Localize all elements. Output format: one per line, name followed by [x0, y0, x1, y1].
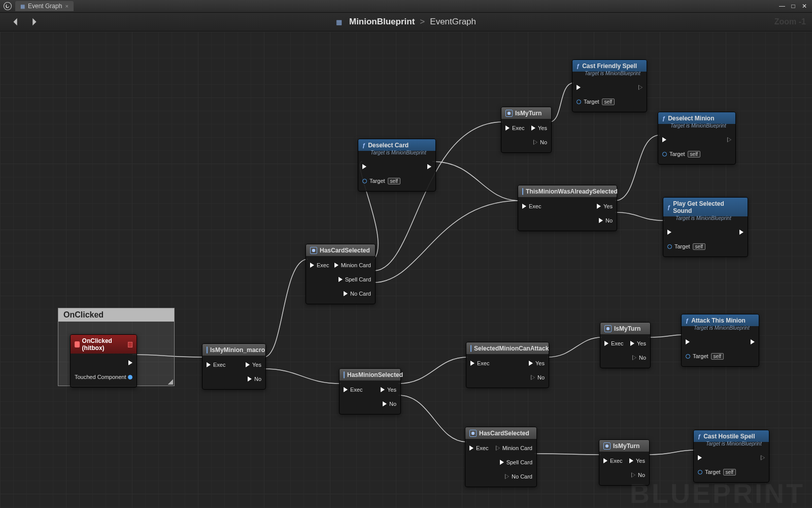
crumb-separator: > — [420, 17, 425, 27]
exec-out-yes-pin[interactable]: Yes — [629, 458, 645, 464]
node-header[interactable]: ƒPlay Get Selected Sound — [663, 198, 748, 216]
exec-out-no-pin[interactable]: No — [383, 401, 396, 407]
exec-in-pin[interactable]: Exec — [470, 360, 489, 366]
window-maximize-button[interactable]: □ — [788, 2, 799, 11]
node-header[interactable]: SelectedMinionCanAttack — [466, 342, 549, 354]
exec-in-pin[interactable] — [698, 455, 702, 460]
node-cast-hostile-spell[interactable]: ƒCast Hostile Spell Target is MinionBlue… — [693, 430, 769, 483]
target-pin[interactable]: Targetself — [667, 243, 705, 250]
node-selected-minion-can-attack[interactable]: SelectedMinionCanAttack ExecYes No — [466, 342, 549, 388]
node-header[interactable]: ƒCast Hostile Spell — [694, 430, 769, 442]
exec-out-yes-pin[interactable]: Yes — [246, 362, 261, 368]
function-icon: ƒ — [698, 433, 701, 439]
exec-out-no-pin[interactable]: No — [531, 374, 545, 380]
node-header[interactable]: IsMyTurn — [600, 323, 650, 334]
exec-out-yes-pin[interactable]: Yes — [597, 203, 613, 209]
node-header[interactable]: ƒAttack This Minion — [682, 314, 759, 326]
node-title: HasCardSelected — [320, 247, 370, 254]
target-pin[interactable]: Targetself — [662, 151, 700, 157]
node-header[interactable]: HasCardSelected — [465, 427, 536, 439]
exec-out-yes-pin[interactable]: Yes — [531, 125, 547, 131]
node-header[interactable]: ƒCast Friendly Spell — [572, 60, 647, 72]
node-ismyturn-mid[interactable]: IsMyTurn ExecYes No — [600, 322, 651, 368]
node-title: IsMyTurn — [614, 325, 640, 332]
nav-forward-button[interactable] — [28, 16, 40, 27]
exec-out-pin[interactable] — [638, 85, 642, 90]
macro-icon — [344, 371, 345, 378]
exec-in-pin[interactable]: Exec — [310, 262, 329, 268]
delegate-pin[interactable] — [128, 342, 132, 347]
exec-in-pin[interactable] — [686, 339, 690, 344]
node-header[interactable]: ƒDeselect Minion — [658, 112, 735, 124]
node-attack-this-minion[interactable]: ƒAttack This Minion Target is MinionBlue… — [681, 314, 759, 367]
node-hascardselected-top[interactable]: HasCardSelected ExecMinion Card Spell Ca… — [306, 244, 376, 304]
node-ismyminion[interactable]: IsMyMinion_macro ExecYes No — [202, 343, 266, 390]
exec-out-no-pin[interactable]: No — [533, 139, 547, 145]
output-pin-touched[interactable]: Touched Component — [75, 374, 126, 380]
node-header[interactable]: ƒDeselect Card — [358, 139, 435, 151]
node-header[interactable]: IsMyTurn — [599, 440, 649, 452]
comment-title[interactable]: OnClicked — [58, 308, 174, 322]
exec-out-spellcard-pin[interactable]: Spell Card — [500, 459, 532, 465]
exec-in-pin[interactable]: Exec — [207, 362, 225, 368]
node-has-minion-selected[interactable]: HasMinionSelected ExecYes No — [339, 368, 401, 415]
exec-out-spellcard-pin[interactable]: Spell Card — [339, 276, 371, 282]
crumb-blueprint[interactable]: MinionBlueprint — [349, 17, 415, 27]
node-deselect-card[interactable]: ƒDeselect Card Target is MinionBlueprint… — [358, 139, 436, 192]
node-ismyturn-top[interactable]: IsMyTurn ExecYes No — [501, 107, 552, 153]
nav-back-button[interactable] — [10, 16, 21, 27]
window-minimize-button[interactable]: — — [776, 2, 788, 11]
exec-in-pin[interactable] — [667, 230, 671, 235]
exec-out-pin[interactable] — [739, 230, 743, 235]
exec-in-pin[interactable]: Exec — [505, 125, 524, 131]
node-onclicked-event[interactable]: OnClicked (hitbox) Touched Component — [70, 334, 137, 388]
resize-handle-icon[interactable] — [168, 379, 173, 385]
target-pin[interactable]: Targetself — [698, 469, 736, 475]
exec-out-yes-pin[interactable]: Yes — [630, 340, 646, 346]
target-pin[interactable]: Targetself — [362, 178, 400, 184]
exec-out-pin[interactable] — [427, 164, 431, 169]
exec-in-pin[interactable] — [362, 164, 366, 169]
exec-out-pin[interactable] — [751, 339, 755, 344]
target-pin[interactable]: Targetself — [577, 99, 615, 105]
exec-out-no-pin[interactable]: No — [248, 376, 261, 382]
node-hascardselected-bottom[interactable]: HasCardSelected ExecMinion Card Spell Ca… — [465, 427, 537, 487]
editor-tab[interactable]: ▦ Event Graph × — [15, 1, 74, 11]
exec-in-pin[interactable]: Exec — [469, 445, 488, 451]
node-title: IsMyTurn — [613, 442, 639, 450]
graph-canvas[interactable]: OnClicked OnClicked (hitbox) Touched Com… — [0, 31, 812, 508]
exec-in-pin[interactable] — [577, 85, 581, 90]
exec-in-pin[interactable]: Exec — [604, 340, 623, 346]
node-deselect-minion[interactable]: ƒDeselect Minion Target is MinionBluepri… — [658, 112, 736, 165]
node-header[interactable]: ThisMinionWasAlreadySelected — [518, 185, 617, 197]
node-subtitle: Target is MinionBlueprint — [658, 123, 735, 131]
exec-out-minioncard-pin[interactable]: Minion Card — [496, 445, 532, 451]
exec-out-pin[interactable] — [128, 360, 132, 365]
node-already-selected[interactable]: ThisMinionWasAlreadySelected ExecYes No — [518, 185, 617, 231]
node-cast-friendly-spell[interactable]: ƒCast Friendly Spell Target is MinionBlu… — [572, 59, 647, 112]
window-close-button[interactable]: ✕ — [799, 2, 810, 11]
exec-out-minioncard-pin[interactable]: Minion Card — [334, 262, 371, 268]
exec-out-no-pin[interactable]: No — [632, 355, 646, 361]
exec-in-pin[interactable]: Exec — [344, 387, 362, 393]
exec-out-yes-pin[interactable]: Yes — [381, 387, 396, 393]
node-header[interactable]: HasMinionSelected — [340, 369, 400, 380]
exec-out-nocard-pin[interactable]: No Card — [344, 291, 371, 297]
node-header[interactable]: IsMyTurn — [501, 107, 551, 119]
exec-in-pin[interactable] — [662, 137, 666, 142]
node-play-selected-sound[interactable]: ƒPlay Get Selected Sound Target is Minio… — [663, 197, 748, 257]
node-header[interactable]: IsMyMinion_macro — [202, 344, 265, 356]
node-header[interactable]: HasCardSelected — [306, 244, 375, 256]
exec-out-pin[interactable] — [761, 455, 765, 460]
tab-close-icon[interactable]: × — [65, 3, 68, 9]
exec-out-nocard-pin[interactable]: No Card — [505, 473, 532, 480]
node-title: Cast Hostile Spell — [703, 433, 755, 440]
crumb-graph[interactable]: EventGraph — [430, 17, 476, 27]
exec-in-pin[interactable]: Exec — [603, 458, 622, 464]
target-pin[interactable]: Targetself — [686, 353, 724, 360]
exec-out-pin[interactable] — [727, 137, 731, 142]
exec-in-pin[interactable]: Exec — [522, 203, 541, 209]
exec-out-no-pin[interactable]: No — [599, 217, 613, 224]
node-header[interactable]: OnClicked (hitbox) — [71, 335, 137, 354]
exec-out-yes-pin[interactable]: Yes — [529, 360, 545, 366]
